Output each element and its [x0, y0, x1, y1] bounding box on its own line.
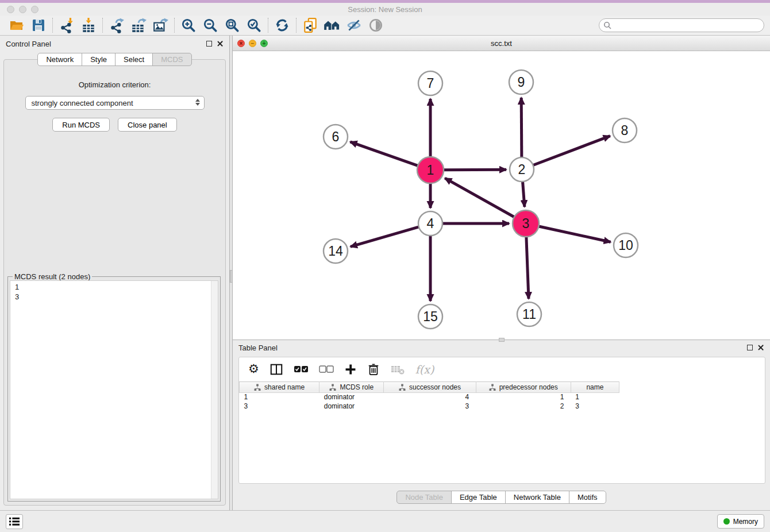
cell-mcds-role[interactable]: dominator: [319, 402, 384, 411]
table-settings-button[interactable]: ⚙: [248, 363, 259, 375]
horizontal-splitter-grip[interactable]: [499, 338, 505, 342]
import-table-button[interactable]: [78, 17, 99, 34]
zoom-fit-button[interactable]: [221, 17, 243, 34]
graph-node-14[interactable]: 14: [324, 239, 348, 263]
network-minimize-button[interactable]: −: [249, 40, 256, 47]
table-panel-body: ⚙: [238, 357, 765, 484]
run-mcds-button[interactable]: Run MCDS: [52, 118, 110, 132]
tab-mcds[interactable]: MCDS: [152, 53, 191, 66]
mcds-result-line: 1: [15, 282, 213, 292]
tab-select[interactable]: Select: [115, 53, 153, 66]
column-header-name[interactable]: name: [571, 381, 619, 392]
add-column-button[interactable]: [344, 363, 357, 376]
first-neighbors-button[interactable]: [321, 17, 343, 34]
main-toolbar: [0, 16, 770, 36]
graph-node-10[interactable]: 10: [614, 233, 638, 257]
zoom-out-button[interactable]: [199, 17, 221, 34]
cell-name[interactable]: 1: [571, 392, 619, 402]
select-all-columns-button[interactable]: [294, 365, 309, 373]
graph-node-15[interactable]: 15: [418, 304, 442, 329]
panel-selector-button[interactable]: [6, 514, 23, 529]
apply-layout-button[interactable]: [271, 17, 293, 34]
edge-2-8[interactable]: [532, 136, 610, 166]
open-file-button[interactable]: [6, 17, 28, 34]
edge-3-1[interactable]: [445, 178, 515, 218]
tab-network[interactable]: Network: [37, 53, 82, 66]
zoom-selected-button[interactable]: [243, 17, 265, 34]
mcds-result-scrollbar[interactable]: [211, 281, 218, 499]
graph-node-2[interactable]: 2: [510, 157, 534, 182]
close-panel-icon[interactable]: [217, 40, 224, 47]
graph-node-6[interactable]: 6: [324, 125, 348, 149]
float-panel-icon[interactable]: [206, 41, 212, 47]
search-icon: [603, 21, 611, 29]
edge-4-14[interactable]: [351, 226, 420, 246]
cell-successor-nodes[interactable]: 3: [384, 402, 476, 411]
cell-name[interactable]: 3: [571, 402, 619, 411]
export-image-button[interactable]: [149, 17, 171, 34]
close-panel-icon[interactable]: [757, 344, 764, 351]
cell-mcds-role[interactable]: dominator: [319, 392, 384, 402]
table-panel-header: Table Panel: [233, 340, 770, 356]
tab-network-table[interactable]: Network Table: [505, 491, 569, 504]
graph-node-9[interactable]: 9: [509, 70, 533, 94]
clone-network-button[interactable]: [299, 17, 321, 34]
edge-2-9[interactable]: [521, 98, 522, 159]
graph-node-4[interactable]: 4: [418, 211, 442, 236]
column-header-shared-name[interactable]: shared name: [240, 381, 319, 392]
criterion-dropdown[interactable]: strongly connected component: [25, 96, 205, 110]
search-field-wrap: [599, 18, 764, 32]
column-header-successor-nodes[interactable]: successor nodes: [384, 381, 476, 392]
float-panel-icon[interactable]: [747, 345, 753, 350]
cell-successor-nodes[interactable]: 4: [384, 392, 476, 402]
network-close-button[interactable]: ×: [237, 40, 245, 47]
close-panel-button[interactable]: Close panel: [118, 118, 177, 132]
show-all-button[interactable]: [365, 17, 387, 34]
graph-node-3[interactable]: 3: [513, 210, 539, 237]
tab-edge-table[interactable]: Edge Table: [451, 491, 506, 504]
workspace: Control Panel Network Style Select MCDS …: [0, 36, 770, 510]
save-session-icon: [31, 18, 46, 33]
column-header-predecessor-nodes[interactable]: predecessor nodes: [476, 381, 571, 392]
save-session-button[interactable]: [28, 17, 49, 34]
unselect-all-columns-button[interactable]: [319, 365, 334, 373]
graph-node-1[interactable]: 1: [417, 157, 444, 183]
edge-3-11[interactable]: [526, 236, 529, 299]
graph-node-7[interactable]: 7: [418, 71, 442, 95]
export-network-button[interactable]: [106, 17, 128, 34]
column-header-mcds-role[interactable]: MCDS role: [319, 381, 384, 392]
export-table-button[interactable]: [128, 17, 149, 34]
mcds-result-box[interactable]: 1 3: [10, 280, 218, 499]
export-image-icon: [152, 17, 168, 33]
graph-node-8[interactable]: 8: [613, 118, 637, 142]
cell-shared-name[interactable]: 3: [240, 402, 319, 411]
cell-predecessor-nodes[interactable]: 2: [476, 402, 571, 411]
edge-3-10[interactable]: [538, 226, 611, 242]
delete-columns-button[interactable]: [367, 363, 380, 376]
network-canvas[interactable]: 1234678910111415: [233, 51, 770, 340]
table-row[interactable]: 3dominator323: [240, 402, 619, 411]
search-input[interactable]: [599, 18, 764, 32]
split-panel-button[interactable]: [270, 363, 283, 376]
zoom-in-button[interactable]: [178, 17, 199, 34]
delete-table-button[interactable]: [390, 363, 405, 376]
tab-node-table[interactable]: Node Table: [396, 491, 452, 504]
edge-2-3[interactable]: [522, 180, 524, 207]
cell-shared-name[interactable]: 1: [240, 392, 319, 402]
tab-style[interactable]: Style: [82, 53, 116, 66]
toolbar-separator: [174, 18, 175, 33]
edge-1-2[interactable]: [442, 169, 506, 170]
network-maximize-button[interactable]: +: [260, 40, 268, 47]
tab-motifs[interactable]: Motifs: [569, 491, 606, 504]
table-row[interactable]: 1dominator411: [240, 392, 619, 402]
node-label: 2: [518, 162, 526, 177]
edge-1-6[interactable]: [350, 142, 419, 166]
table-settings-icon: ⚙: [248, 363, 259, 375]
network-window: scc.txt × − + 1234678910111415: [233, 36, 770, 340]
import-network-button[interactable]: [56, 17, 78, 34]
memory-button[interactable]: Memory: [717, 514, 764, 529]
graph-node-11[interactable]: 11: [517, 302, 541, 326]
cell-predecessor-nodes[interactable]: 1: [476, 392, 571, 402]
function-builder-button[interactable]: f(x): [415, 363, 434, 376]
hide-selected-button[interactable]: [343, 17, 365, 34]
